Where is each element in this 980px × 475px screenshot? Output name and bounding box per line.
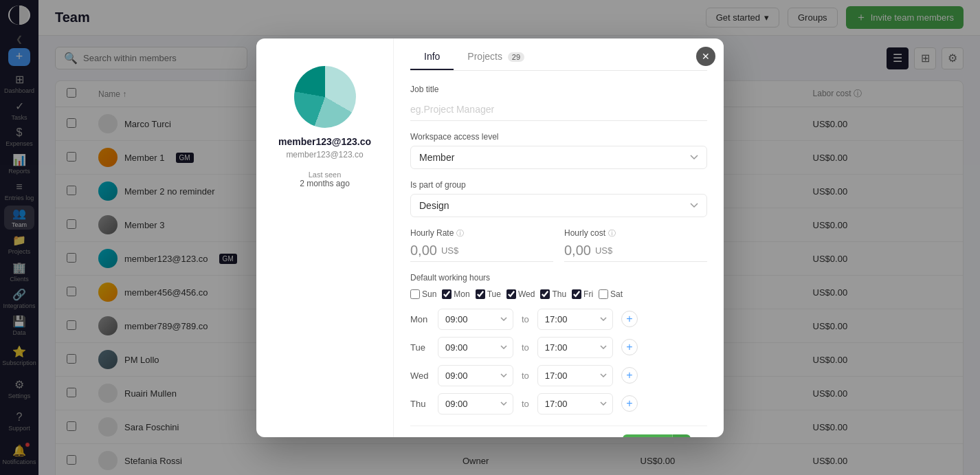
mon-from-select[interactable]: 09:00 — [438, 309, 513, 330]
last-seen-section: Last seen 2 months ago — [300, 170, 350, 188]
tab-projects[interactable]: Projects 29 — [454, 44, 538, 70]
mon-label: Mon — [410, 314, 432, 324]
time-row-wed: Wed 09:00 to 17:00 + — [410, 365, 707, 386]
hourly-cost-input-row: 0,00 US$ — [564, 243, 707, 262]
wed-add-button[interactable]: + — [621, 367, 638, 384]
working-hours-section: Default working hours Sun Mon Tue Wed — [410, 273, 707, 415]
last-seen-value: 2 months ago — [300, 179, 350, 188]
tue-label: Tue — [410, 342, 432, 353]
tue-from-select[interactable]: 09:00 — [438, 337, 513, 358]
modal-footer: Save ▾ — [410, 426, 707, 437]
days-row: Sun Mon Tue Wed Thu — [410, 289, 707, 299]
day-wed[interactable]: Wed — [506, 289, 535, 299]
hourly-cost-label: Hourly cost ⓘ — [564, 228, 707, 239]
sat-checkbox[interactable] — [599, 289, 608, 299]
thu-from-select[interactable]: 09:00 — [438, 393, 513, 415]
wed-to-select[interactable]: 17:00 — [537, 365, 613, 386]
modal-tabs: Info Projects 29 — [410, 38, 707, 71]
member-avatar — [294, 66, 356, 128]
modal-close-button[interactable]: ✕ — [696, 47, 715, 66]
mon-to-select[interactable]: 17:00 — [537, 309, 613, 330]
to-label-tue: to — [522, 342, 529, 353]
hourly-cost-value: 0,00 — [564, 243, 591, 258]
member-detail-modal: ✕ member123@123.co member123@123.co Last… — [256, 38, 724, 437]
last-seen-label: Last seen — [300, 170, 350, 179]
workspace-access-select[interactable]: Member Owner Admin — [410, 146, 707, 169]
day-mon[interactable]: Mon — [442, 289, 469, 299]
workspace-access-label: Workspace access level — [410, 132, 707, 142]
save-button[interactable]: Save — [623, 434, 672, 437]
workspace-access-group: Workspace access level Member Owner Admi… — [410, 132, 707, 169]
day-sat[interactable]: Sat — [599, 289, 623, 299]
time-row-tue: Tue 09:00 to 17:00 + — [410, 337, 707, 358]
member-email: member123@123.co — [286, 150, 363, 159]
working-hours-title: Default working hours — [410, 273, 707, 283]
job-title-label: Job title — [410, 85, 707, 94]
wed-label: Wed — [410, 371, 432, 381]
hourly-cost-field: Hourly cost ⓘ 0,00 US$ — [564, 228, 707, 262]
member-name: member123@123.co — [278, 136, 371, 147]
wed-checkbox[interactable] — [506, 289, 516, 299]
tue-checkbox[interactable] — [476, 289, 485, 299]
job-title-group: Job title — [410, 85, 707, 121]
tab-info[interactable]: Info — [410, 44, 454, 70]
modal-overlay[interactable]: ✕ member123@123.co member123@123.co Last… — [0, 0, 980, 475]
day-fri[interactable]: Fri — [572, 289, 593, 299]
hourly-rate-label: Hourly Rate ⓘ — [410, 228, 553, 239]
hourly-cost-currency: US$ — [595, 245, 612, 256]
group-select[interactable]: Design Engineering Marketing — [410, 194, 707, 217]
tue-to-select[interactable]: 17:00 — [537, 337, 613, 358]
modal-body: member123@123.co member123@123.co Last s… — [256, 38, 724, 437]
hourly-rate-value: 0,00 — [410, 243, 437, 258]
thu-to-select[interactable]: 17:00 — [537, 393, 613, 415]
thu-checkbox[interactable] — [540, 289, 550, 299]
mon-checkbox[interactable] — [442, 289, 452, 299]
modal-left-panel: member123@123.co member123@123.co Last s… — [256, 38, 394, 437]
projects-badge: 29 — [508, 52, 524, 62]
save-group: Save ▾ — [623, 434, 691, 437]
tue-add-button[interactable]: + — [621, 339, 638, 355]
hourly-rate-field: Hourly Rate ⓘ 0,00 US$ — [410, 228, 553, 262]
to-label-thu: to — [522, 399, 529, 409]
day-sun[interactable]: Sun — [410, 289, 436, 299]
wed-from-select[interactable]: 09:00 — [438, 365, 513, 386]
mon-add-button[interactable]: + — [621, 311, 638, 327]
hourly-rate-input-row: 0,00 US$ — [410, 243, 553, 262]
to-label-wed: to — [522, 371, 529, 381]
group-label: Is part of group — [410, 180, 707, 190]
day-thu[interactable]: Thu — [540, 289, 566, 299]
thu-add-button[interactable]: + — [621, 395, 638, 412]
hourly-cost-info-icon: ⓘ — [608, 228, 616, 239]
job-title-input[interactable] — [410, 98, 707, 121]
modal-right-panel: Info Projects 29 Job title Workspace acc… — [394, 38, 724, 437]
hourly-rate-currency: US$ — [441, 245, 458, 256]
time-row-thu: Thu 09:00 to 17:00 + — [410, 393, 707, 415]
sun-checkbox[interactable] — [410, 289, 420, 299]
to-label-mon: to — [522, 314, 529, 324]
save-dropdown-button[interactable]: ▾ — [672, 434, 691, 437]
fri-checkbox[interactable] — [572, 289, 581, 299]
group-group: Is part of group Design Engineering Mark… — [410, 180, 707, 217]
hourly-rate-info-icon: ⓘ — [456, 228, 464, 239]
time-row-mon: Mon 09:00 to 17:00 + — [410, 309, 707, 330]
thu-label: Thu — [410, 399, 432, 409]
hourly-row: Hourly Rate ⓘ 0,00 US$ Hourly cost ⓘ — [410, 228, 707, 262]
day-tue[interactable]: Tue — [476, 289, 501, 299]
